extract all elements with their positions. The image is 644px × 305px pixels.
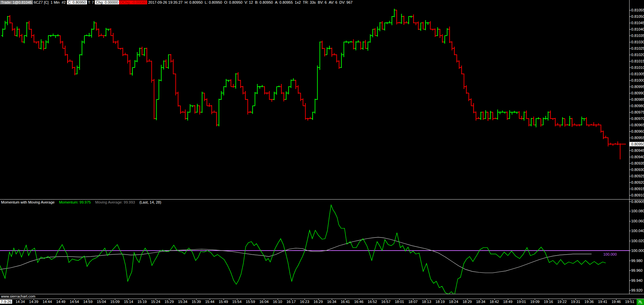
time-axis-tick <box>372 299 373 300</box>
time-axis-label: 18:07 <box>408 300 418 304</box>
time-axis-label: 16:34 <box>327 300 336 304</box>
time-axis-label: 15:24 <box>151 300 160 304</box>
momentum-line <box>0 205 606 294</box>
momentum-scale[interactable]: 100.080100.060100.040100.020100.00099.98… <box>630 199 644 294</box>
price-axis-tick <box>630 93 631 93</box>
time-axis-tick <box>278 299 278 300</box>
price-axis-label: 0.81030 <box>631 40 644 44</box>
time-axis-label: 16:23 <box>300 300 310 304</box>
price-axis-tick <box>630 99 631 100</box>
time-axis-label: 19:16 <box>544 300 553 304</box>
momentum-axis-label: 100.040 <box>631 229 644 233</box>
moving-average-value-label: Moving Average: 99.993 <box>95 200 135 204</box>
time-axis-tick <box>575 299 576 300</box>
price-axis-label: 0.80925 <box>631 174 644 178</box>
price-axis-label: 0.80970 <box>631 117 644 121</box>
sierrachart-watermark: www.sierrachart.com <box>1 294 35 298</box>
datetime-value: 2017-09-26 19:35:27 <box>147 0 184 4</box>
time-scale[interactable]: 7-9-26 14:3414:3914:4414:4914:5414:5915:… <box>0 299 644 305</box>
price-axis-tick <box>630 119 631 119</box>
price-axis-label: 0.80980 <box>631 104 644 108</box>
time-axis-tick <box>156 299 156 300</box>
time-axis-tick <box>20 299 21 300</box>
price-axis-tick <box>630 112 631 113</box>
time-axis-label: 18:13 <box>422 300 431 304</box>
price-chart-region[interactable] <box>0 4 629 199</box>
time-axis-tick <box>549 299 549 300</box>
alert-badge[interactable]: 7L <box>637 299 644 305</box>
price-axis-label: 0.80920 <box>631 180 644 184</box>
dchg-value: DChg: -0.00080 <box>119 0 147 4</box>
price-axis-label: 0.81005 <box>631 72 644 76</box>
time-axis-tick <box>386 299 386 300</box>
depth-value: 1x2 <box>294 0 302 4</box>
time-axis-tick <box>481 299 481 300</box>
daily-vol-value: DV: 967 <box>338 0 354 4</box>
time-axis-label: 19:51 <box>625 300 635 304</box>
ask-vol-value: AV: 6 <box>328 0 338 4</box>
momentum-axis-tick <box>630 261 631 261</box>
time-axis-label: 14:44 <box>43 300 52 304</box>
price-axis-label: 0.80930 <box>631 168 644 172</box>
time-axis-tick <box>237 299 237 300</box>
time-axis-tick <box>61 299 61 300</box>
price-axis-label: 0.80915 <box>631 187 644 191</box>
time-axis-tick <box>562 299 562 300</box>
momentum-axis-tick <box>630 241 631 241</box>
time-axis-label: 19:31 <box>571 300 580 304</box>
time-axis-label: 19:36 <box>585 300 594 304</box>
price-scale[interactable]: 0.810550.810500.810450.810400.810350.810… <box>630 0 644 199</box>
time-axis-tick <box>88 299 88 300</box>
time-axis-label: 19:22 <box>557 300 567 304</box>
time-axis-label: 15:59 <box>246 300 255 304</box>
study-params: (Last, 14, 28) <box>139 200 161 204</box>
price-axis-label: 0.81000 <box>631 78 644 82</box>
time-axis-label: 15:09 <box>110 300 120 304</box>
time-axis-label: 14:39 <box>29 300 39 304</box>
momentum-axis-tick <box>630 221 631 221</box>
time-axis-label: 16:10 <box>273 300 282 304</box>
time-axis-label: 16:04 <box>259 300 269 304</box>
price-axis-tick <box>630 195 631 195</box>
price-axis-label: 0.80960 <box>631 129 644 133</box>
symbol-label: 6CZ7 [C] <box>33 0 50 4</box>
sierra-chart-window: Trade: 1@0.81045 6CZ7 [C] 1 Min #2 C: 0.… <box>0 0 644 305</box>
time-axis-label: 19:09 <box>530 300 540 304</box>
time-axis-label: 18:29 <box>462 300 472 304</box>
close-value: C: 0.80950 <box>67 0 87 4</box>
price-axis-tick <box>630 36 631 36</box>
momentum-value-label: Momentum: 99.975 <box>59 200 91 204</box>
time-axis-label: 15:54 <box>232 300 242 304</box>
time-axis-tick <box>413 299 413 300</box>
chart-number: #2 <box>61 0 67 4</box>
ask-value: A: 0.80955 <box>274 0 294 4</box>
time-axis-tick <box>454 299 454 300</box>
moving-average-line <box>0 237 592 273</box>
bid-value: B: 0.80950 <box>254 0 274 4</box>
price-axis-tick <box>630 10 631 10</box>
price-axis-label: 0.80940 <box>631 155 644 159</box>
price-axis-tick <box>630 182 631 183</box>
price-axis-tick <box>630 55 631 55</box>
price-axis-label: 0.81035 <box>631 34 644 38</box>
momentum-axis-tick <box>630 211 631 211</box>
momentum-study-region[interactable] <box>0 200 629 294</box>
momentum-axis-label: 99.960 <box>631 268 643 272</box>
price-axis-label: 0.80965 <box>631 123 644 127</box>
time-remaining-value: TR: 33s <box>302 0 317 4</box>
time-axis-tick <box>169 299 169 300</box>
momentum-axis-tick <box>630 280 631 281</box>
time-axis-tick <box>359 299 359 300</box>
time-axis-tick <box>589 299 590 300</box>
time-axis-label: 16:57 <box>381 300 391 304</box>
time-axis-tick <box>74 299 75 300</box>
time-axis-label: 15:39 <box>192 300 201 304</box>
study-header[interactable]: Momentum with Moving Average Momentum: 9… <box>1 200 165 204</box>
time-axis-tick <box>305 299 305 300</box>
momentum-axis-label: 100.000 <box>631 249 644 253</box>
price-axis-tick <box>630 163 631 164</box>
time-axis-label: 18:24 <box>449 300 458 304</box>
time-axis-label: 16:29 <box>314 300 323 304</box>
time-axis-tick <box>34 299 34 300</box>
time-axis-tick <box>47 299 48 300</box>
